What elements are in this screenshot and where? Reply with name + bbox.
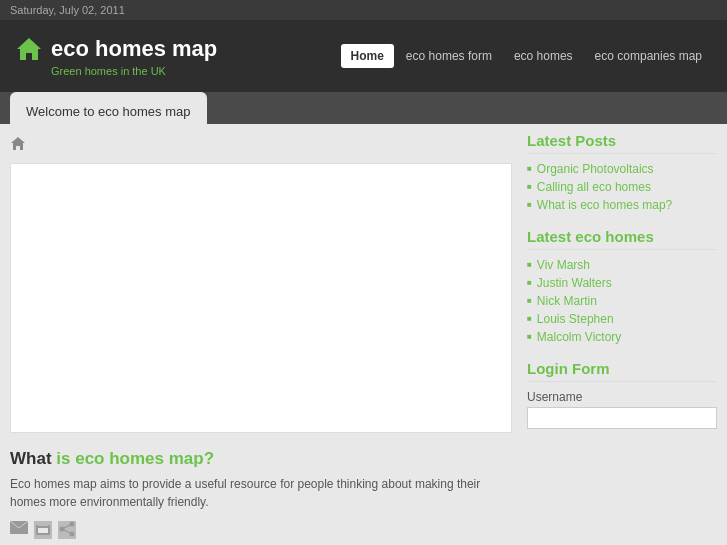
header: eco homes map Green homes in the UK Home… <box>0 20 727 92</box>
svg-line-9 <box>62 524 72 529</box>
nav-item-eco-homes[interactable]: eco homes <box>504 44 583 68</box>
post-link-3[interactable]: What is eco homes map? <box>537 198 672 212</box>
home-link-4[interactable]: Louis Stephen <box>537 312 614 326</box>
what-section: What is eco homes map? Eco homes map aim… <box>10 445 512 539</box>
login-heading: Login Form <box>527 360 717 382</box>
post-link-2[interactable]: Calling all eco homes <box>537 180 651 194</box>
latest-posts-heading: Latest Posts <box>527 132 717 154</box>
posts-list: Organic Photovoltaics Calling all eco ho… <box>527 162 717 212</box>
logo-area: eco homes map Green homes in the UK <box>15 35 217 77</box>
svg-rect-4 <box>38 528 48 533</box>
map-area <box>10 163 512 433</box>
list-item: Organic Photovoltaics <box>527 162 717 176</box>
date-text: Saturday, July 02, 2011 <box>10 4 125 16</box>
username-label: Username <box>527 390 717 404</box>
content-wrapper: What is eco homes map? Eco homes map aim… <box>0 124 727 545</box>
list-item: Viv Marsh <box>527 258 717 272</box>
svg-rect-5 <box>38 521 48 526</box>
sidebar: Latest Posts Organic Photovoltaics Calli… <box>527 132 717 539</box>
what-title-word: What <box>10 449 56 468</box>
login-heading-accent: Form <box>572 360 610 377</box>
active-tab-label: Welcome to eco homes map <box>26 104 191 119</box>
nav: Home eco homes form eco homes eco compan… <box>341 44 712 68</box>
latest-posts-section: Latest Posts Organic Photovoltaics Calli… <box>527 132 717 212</box>
username-input[interactable] <box>527 407 717 429</box>
svg-line-10 <box>62 529 72 534</box>
what-text: Eco homes map aims to provide a useful r… <box>10 475 512 511</box>
post-link-1[interactable]: Organic Photovoltaics <box>537 162 654 176</box>
latest-homes-heading: Latest eco homes <box>527 228 717 250</box>
tab-bar: Welcome to eco homes map <box>0 92 727 124</box>
active-tab[interactable]: Welcome to eco homes map <box>10 92 207 124</box>
home-link-5[interactable]: Malcolm Victory <box>537 330 621 344</box>
list-item: Justin Walters <box>527 276 717 290</box>
svg-marker-0 <box>17 38 41 60</box>
homes-list: Viv Marsh Justin Walters Nick Martin Lou… <box>527 258 717 344</box>
list-item: Malcolm Victory <box>527 330 717 344</box>
home-link-2[interactable]: Justin Walters <box>537 276 612 290</box>
home-link-3[interactable]: Nick Martin <box>537 294 597 308</box>
latest-homes-section: Latest eco homes Viv Marsh Justin Walter… <box>527 228 717 344</box>
email-icon <box>10 521 28 534</box>
list-item: Louis Stephen <box>527 312 717 326</box>
list-item: What is eco homes map? <box>527 198 717 212</box>
what-icons <box>10 517 512 539</box>
latest-posts-heading-accent: Posts <box>575 132 616 149</box>
date-bar: Saturday, July 02, 2011 <box>0 0 727 20</box>
logo-subtitle: Green homes in the UK <box>51 65 217 77</box>
what-title: What is eco homes map? <box>10 449 512 469</box>
share-icon <box>58 521 76 539</box>
print-icon <box>34 521 52 539</box>
nav-item-eco-homes-form[interactable]: eco homes form <box>396 44 502 68</box>
logo-title-text: eco homes map <box>51 36 217 62</box>
home-link-1[interactable]: Viv Marsh <box>537 258 590 272</box>
home-icon-bar <box>10 132 512 163</box>
latest-homes-heading-accent: eco homes <box>575 228 653 245</box>
login-section: Login Form Username <box>527 360 717 429</box>
svg-marker-1 <box>11 137 25 150</box>
main-column: What is eco homes map? Eco homes map aim… <box>10 132 512 539</box>
list-item: Calling all eco homes <box>527 180 717 194</box>
breadcrumb-home-icon <box>10 140 26 155</box>
house-icon <box>15 35 43 63</box>
nav-item-home[interactable]: Home <box>341 44 394 68</box>
nav-item-eco-companies-map[interactable]: eco companies map <box>585 44 712 68</box>
logo-title: eco homes map <box>15 35 217 63</box>
what-title-accent: is eco homes map? <box>56 449 214 468</box>
list-item: Nick Martin <box>527 294 717 308</box>
